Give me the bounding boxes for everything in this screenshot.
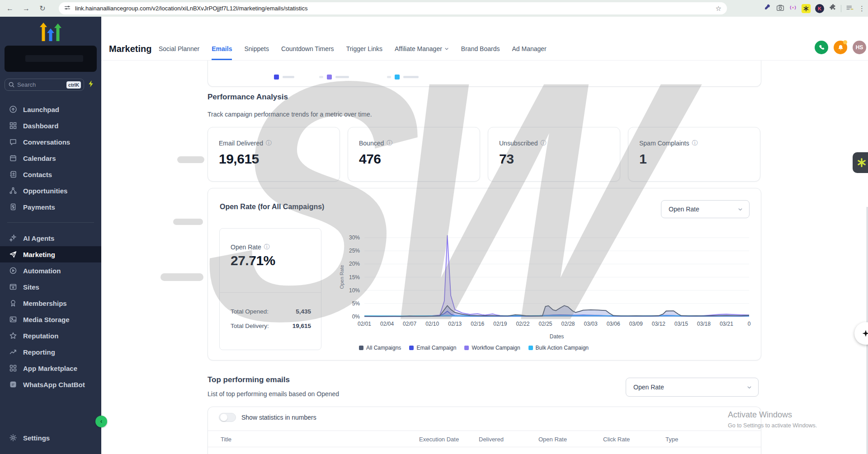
address-bar[interactable]: link.hainanalliancegroup.com/v2/location… <box>59 2 727 14</box>
phone-icon <box>818 44 825 51</box>
sidebar-item-opportunities[interactable]: Opportunities <box>0 183 101 199</box>
avatar[interactable]: HS <box>853 41 866 54</box>
watermark-streak <box>160 273 203 281</box>
chart-title: Open Rate (for All Campaigns) <box>220 203 324 211</box>
side-extension-button[interactable] <box>853 152 868 173</box>
toolbar-divider <box>841 5 841 12</box>
marketing-tabs: Social Planner Emails Snippets Countdown… <box>159 45 547 60</box>
browser-menu-icon[interactable]: ⋮ <box>859 5 865 13</box>
divider <box>220 292 321 293</box>
column-type[interactable]: Type <box>665 436 678 443</box>
phone-button[interactable] <box>815 41 828 54</box>
tab-social-planner[interactable]: Social Planner <box>159 45 199 59</box>
whatsapp-chatbot-icon <box>9 380 17 388</box>
sidebar-item-sites[interactable]: Sites <box>0 279 101 295</box>
sidebar-item-whatsapp-chatbot[interactable]: WhatsApp ChatBot <box>0 376 101 393</box>
tab-emails[interactable]: Emails <box>212 45 232 60</box>
column-click-rate[interactable]: Click Rate <box>603 436 630 443</box>
sidebar-item-app-marketplace[interactable]: App Marketplace <box>0 360 101 376</box>
forward-button[interactable]: → <box>20 2 33 15</box>
sidebar-item-settings[interactable]: Settings <box>0 430 101 446</box>
svg-text:0%: 0% <box>352 314 360 320</box>
back-button[interactable]: ← <box>4 2 16 15</box>
sidebar-item-reporting[interactable]: Reporting <box>0 344 101 360</box>
tab-brand-boards[interactable]: Brand Boards <box>461 45 500 59</box>
sidebar-search-input[interactable]: Search ctrlK <box>5 79 84 91</box>
asterisk-extension-icon[interactable] <box>802 4 811 13</box>
image-icon <box>9 315 17 323</box>
tab-affiliate-manager[interactable]: Affiliate Manager <box>395 45 449 59</box>
sidebar-item-calendars[interactable]: Calendars <box>0 150 101 166</box>
svg-text:02/13: 02/13 <box>448 321 462 327</box>
campaign-filter-workflow[interactable] <box>319 75 349 80</box>
column-execution-date[interactable]: Execution Date <box>419 436 459 443</box>
tab-snippets[interactable]: Snippets <box>244 45 269 59</box>
column-title[interactable]: Title <box>221 436 231 443</box>
stat-card-unsubscribed: Unsubscribedⓘ 73 <box>488 127 620 182</box>
sidebar-item-contacts[interactable]: Contacts <box>0 166 101 183</box>
info-icon[interactable]: ⓘ <box>541 139 547 147</box>
bell-icon <box>837 44 844 51</box>
extensions-puzzle-icon[interactable] <box>829 4 836 13</box>
sidebar-item-ai-agents[interactable]: AI Agents <box>0 230 101 246</box>
trend-up-icon <box>9 348 17 356</box>
sidebar-item-reputation[interactable]: Reputation <box>0 328 101 344</box>
contacts-book-icon <box>9 170 17 178</box>
sidebar-item-marketing[interactable]: Marketing <box>0 246 101 262</box>
svg-text:Open Rate: Open Rate <box>339 265 344 289</box>
reload-button[interactable]: ↻ <box>36 2 49 15</box>
svg-text:15%: 15% <box>349 274 360 281</box>
sidebar-item-memberships[interactable]: Memberships <box>0 295 101 311</box>
top-emails-heading: Top performing emails <box>208 375 290 384</box>
svg-text:03/09: 03/09 <box>629 321 643 327</box>
site-settings-icon[interactable] <box>64 5 71 13</box>
bookmark-star-icon[interactable]: ☆ <box>716 5 722 13</box>
sidebar-item-media-storage[interactable]: Media Storage <box>0 311 101 328</box>
stat-card-spam-complaints: Spam Complaintsⓘ 1 <box>628 127 760 182</box>
info-icon[interactable]: ⓘ <box>387 139 392 147</box>
signal-extension-icon[interactable] <box>789 4 797 14</box>
zap-icon[interactable] <box>88 80 94 89</box>
svg-text:02/07: 02/07 <box>403 321 416 327</box>
performance-subheading: Track campaign performance trends for a … <box>208 111 372 118</box>
campaign-filter-email[interactable] <box>274 75 294 80</box>
sidebar-item-launchpad[interactable]: Launchpad <box>0 101 101 117</box>
total-delivery-label: Total Delivery: <box>231 323 269 329</box>
reading-list-icon[interactable] <box>846 4 854 14</box>
sidebar-collapse-button[interactable]: ‹ <box>95 416 107 427</box>
sidebar-item-conversations[interactable]: Conversations <box>0 134 101 150</box>
svg-text:02/25: 02/25 <box>538 321 552 327</box>
metric-select[interactable]: Open Rate <box>661 200 750 218</box>
camera-extension-icon[interactable] <box>776 4 784 14</box>
info-icon[interactable]: ⓘ <box>692 139 698 147</box>
sidebar-item-automation[interactable]: Automation <box>0 262 101 279</box>
floating-sparkle-button[interactable] <box>854 322 868 345</box>
legend-item: Workflow Campaign <box>464 345 520 351</box>
campaign-filter-bulk[interactable] <box>387 75 419 80</box>
sidebar: Search ctrlK Launchpad Dashboard Convers… <box>0 17 101 454</box>
sidebar-item-dashboard[interactable]: Dashboard <box>0 117 101 134</box>
info-icon[interactable]: ⓘ <box>266 139 272 147</box>
stat-value: 1 <box>639 151 749 167</box>
sites-icon <box>9 283 17 291</box>
svg-text:02/28: 02/28 <box>561 321 575 327</box>
column-open-rate[interactable]: Open Rate <box>538 436 567 443</box>
tab-ad-manager[interactable]: Ad Manager <box>512 45 546 59</box>
column-delivered[interactable]: Delivered <box>479 436 504 443</box>
svg-text:03/21: 03/21 <box>720 321 733 327</box>
top-emails-metric-select[interactable]: Open Rate <box>626 378 759 397</box>
eyedropper-extension-icon[interactable] <box>764 4 772 13</box>
k-extension-icon[interactable]: K <box>815 4 824 13</box>
show-statistics-toggle[interactable] <box>219 413 236 422</box>
info-icon[interactable]: ⓘ <box>264 243 270 251</box>
tab-trigger-links[interactable]: Trigger Links <box>346 45 382 59</box>
svg-text:02/16: 02/16 <box>471 321 484 327</box>
tab-countdown-timers[interactable]: Countdown Timers <box>281 45 334 59</box>
svg-text:03/18: 03/18 <box>697 321 711 327</box>
svg-text:25%: 25% <box>349 248 360 254</box>
open-rate-summary-card: Open Rateⓘ 27.71% Total Opened: 5,435 To… <box>219 228 321 350</box>
sidebar-item-payments[interactable]: Payments <box>0 199 101 215</box>
stat-value: 476 <box>359 151 469 167</box>
page-title: Marketing <box>109 44 151 54</box>
notifications-button[interactable] <box>834 41 847 54</box>
